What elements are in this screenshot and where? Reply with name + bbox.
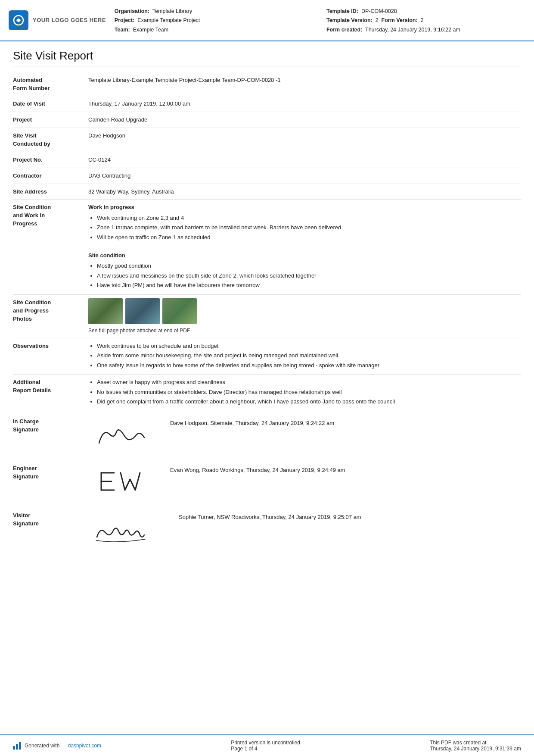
form-version-label: Form Version: — [382, 17, 418, 23]
label-site-condition: Site Conditionand Work inProgress — [13, 203, 88, 228]
header-meta: Organisation: Template Library Project: … — [115, 6, 521, 34]
value-project-no: CC-0124 — [88, 156, 521, 164]
value-in-charge-sig: Dave Hodgson, Sitemate, Thursday, 24 Jan… — [88, 417, 521, 452]
page-text: Page 1 of 4 — [231, 746, 300, 752]
field-row-site-condition: Site Conditionand Work inProgress Work i… — [13, 200, 521, 295]
dashpivot-link[interactable]: dashpivot.com — [68, 743, 101, 749]
label-date: Date of Visit — [13, 100, 88, 108]
value-engineer-sig: Evan Wong, Roado Workings, Thursday, 24 … — [88, 464, 521, 499]
visitor-sig-svg — [88, 511, 166, 550]
form-version-value: 2 — [421, 17, 424, 23]
in-charge-sig-image — [88, 417, 157, 452]
team-line: Team: Example Team — [115, 25, 309, 34]
team-value: Example Team — [133, 27, 168, 33]
page: YOUR LOGO GOES HERE Organisation: Templa… — [0, 0, 534, 756]
engineer-sig-image — [88, 464, 157, 499]
value-site-condition: Work in progress Work continuing on Zone… — [88, 203, 521, 291]
visitor-sig-image — [88, 511, 166, 550]
value-address: 32 Wallaby Way, Sydney, Australia — [88, 187, 521, 196]
engineer-sig-svg — [93, 466, 153, 497]
work-bullet-2: Zone 1 tarmac complete, with road barrie… — [97, 223, 521, 232]
field-row-project: Project Camden Road Upgrade — [13, 112, 521, 128]
project-label: Project: — [115, 17, 135, 23]
footer-left: Generated with dashpivot.com — [13, 742, 101, 750]
field-row-date: Date of Visit Thursday, 17 January 2019,… — [13, 96, 521, 112]
bar-3 — [19, 742, 21, 750]
pdf-created-value: Thursday, 24 January 2019, 9:31:39 am — [430, 746, 521, 752]
org-label: Organisation: — [115, 8, 149, 14]
report-title: Site Visit Report — [13, 49, 521, 66]
site-condition-heading: Site condition — [88, 251, 521, 260]
in-charge-sig-text: Dave Hodgson, Sitemate, Thursday, 24 Jan… — [170, 417, 334, 428]
in-charge-sig-svg — [93, 419, 153, 450]
logo-text: YOUR LOGO GOES HERE — [33, 17, 106, 23]
engineer-sig-row: Evan Wong, Roado Workings, Thursday, 24 … — [88, 464, 521, 499]
template-id-label: Template ID: — [326, 8, 358, 14]
template-id-value: DP-COM-0028 — [361, 8, 397, 14]
value-form-number: Template Library-Example Template Projec… — [88, 76, 521, 84]
header-meta-right: Template ID: DP-COM-0028 Template Versio… — [326, 7, 521, 34]
team-label: Team: — [115, 27, 130, 33]
label-project: Project — [13, 116, 88, 124]
visitor-sig-row: Sophie Turner, NSW Roadworks, Thursday, … — [88, 511, 521, 550]
photos-row — [88, 298, 521, 324]
value-visitor-sig: Sophie Turner, NSW Roadworks, Thursday, … — [88, 511, 521, 550]
field-row-address: Site Address 32 Wallaby Way, Sydney, Aus… — [13, 184, 521, 200]
label-visitor-sig: VisitorSignature — [13, 511, 88, 528]
header: YOUR LOGO GOES HERE Organisation: Templa… — [0, 0, 534, 41]
footer-center: Printed version is uncontrolled Page 1 o… — [231, 740, 300, 752]
project-value: Example Template Project — [137, 17, 200, 23]
in-charge-sig-row: Dave Hodgson, Sitemate, Thursday, 24 Jan… — [88, 417, 521, 452]
main-content: Site Visit Report AutomatedForm Number T… — [0, 41, 534, 734]
label-project-no: Project No. — [13, 156, 88, 164]
add-bullet-3: Did get one complaint from a traffic con… — [97, 397, 521, 406]
field-row-engineer-sig: EngineerSignature Eva — [13, 458, 521, 505]
bar-1 — [13, 746, 15, 750]
label-additional: AdditionalReport Details — [13, 378, 88, 395]
org-line: Organisation: Template Library — [115, 7, 309, 16]
org-value: Template Library — [152, 8, 192, 14]
template-version-label: Template Version: — [326, 17, 373, 23]
value-date: Thursday, 17 January 2019, 12:00:00 am — [88, 100, 521, 108]
field-row-project-no: Project No. CC-0124 — [13, 152, 521, 168]
header-meta-left: Organisation: Template Library Project: … — [115, 7, 309, 34]
value-observations: Work continues to be on schedule and on … — [88, 342, 521, 371]
pdf-created-label: This PDF was created at — [430, 740, 521, 746]
form-created-line: Form created: Thursday, 24 January 2019,… — [326, 25, 521, 34]
work-bullet-1: Work continuing on Zone 2,3 and 4 — [97, 214, 521, 222]
value-contractor: DAG Contracting — [88, 172, 521, 180]
field-row-visitor-sig: VisitorSignature Sophie Turner, NSW Road… — [13, 505, 521, 556]
work-in-progress-heading: Work in progress — [88, 203, 521, 212]
value-conducted-by: Dave Hodgson — [88, 131, 521, 140]
label-contractor: Contractor — [13, 172, 88, 180]
field-row-additional: AdditionalReport Details Asset owner is … — [13, 375, 521, 411]
logo-icon — [9, 10, 28, 30]
visitor-sig-text: Sophie Turner, NSW Roadworks, Thursday, … — [179, 511, 361, 522]
bar-2 — [16, 744, 18, 750]
form-created-label: Form created: — [326, 27, 362, 33]
work-bullets-list: Work continuing on Zone 2,3 and 4 Zone 1… — [97, 214, 521, 242]
field-row-form-number: AutomatedForm Number Template Library-Ex… — [13, 72, 521, 97]
engineer-sig-text: Evan Wong, Roado Workings, Thursday, 24 … — [170, 464, 345, 475]
photo-3 — [162, 298, 197, 324]
obs-bullet-1: Work continues to be on schedule and on … — [97, 342, 521, 350]
photo-2 — [125, 298, 160, 324]
generated-text: Generated with — [25, 743, 59, 749]
template-id-line: Template ID: DP-COM-0028 — [326, 7, 521, 16]
project-line: Project: Example Template Project — [115, 16, 309, 25]
label-observations: Observations — [13, 342, 88, 350]
footer-bars-icon — [13, 742, 21, 750]
label-form-number: AutomatedForm Number — [13, 76, 88, 93]
field-row-observations: Observations Work continues to be on sch… — [13, 338, 521, 375]
condition-bullet-2: A few issues and messiness on the south … — [97, 272, 521, 280]
value-photos: See full page photos attached at end of … — [88, 298, 521, 334]
field-row-conducted-by: Site VisitConducted by Dave Hodgson — [13, 128, 521, 152]
value-project: Camden Road Upgrade — [88, 116, 521, 124]
template-version-value: 2 — [376, 17, 379, 23]
condition-bullets-list: Mostly good condition A few issues and m… — [97, 262, 521, 290]
add-bullet-2: No issues with communities or stakeholde… — [97, 388, 521, 397]
photo-1 — [88, 298, 123, 324]
field-row-photos: Site Conditionand ProgressPhotos See ful… — [13, 295, 521, 338]
obs-bullet-2: Aside from some minor housekeeping, the … — [97, 351, 521, 360]
footer: Generated with dashpivot.com Printed ver… — [0, 734, 534, 756]
